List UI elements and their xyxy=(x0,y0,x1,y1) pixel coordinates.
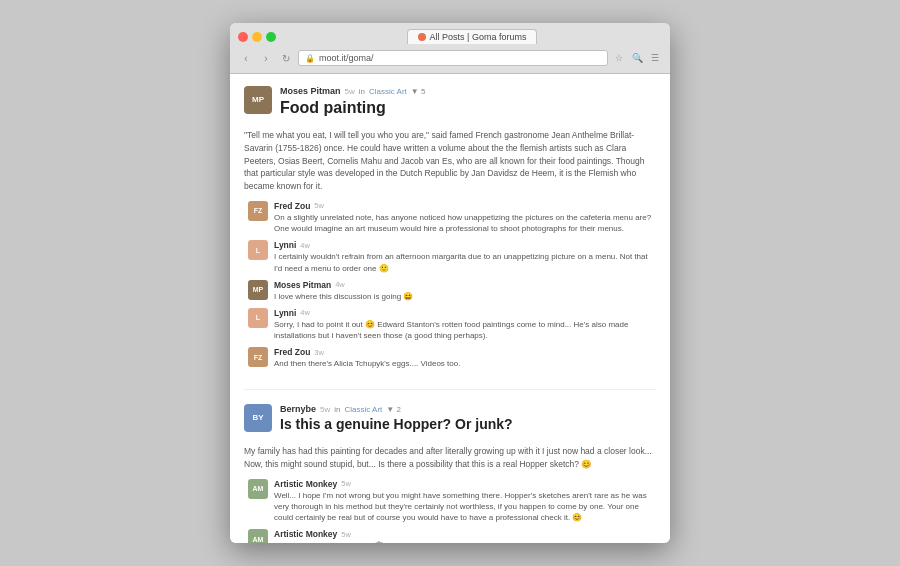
post-meta: Bernybe 5w in Classic Art ▼ 2 Is this a … xyxy=(280,404,656,439)
post-author: Bernybe xyxy=(280,404,316,414)
comment-content: Artistic Monkey 5w Well... I hope I'm no… xyxy=(274,479,656,524)
comment-time: 5w xyxy=(314,201,324,210)
title-bar: All Posts | Goma forums ‹ › ↻ 🔒 moot.it/… xyxy=(230,23,670,74)
comment-author: Fred Zou xyxy=(274,201,310,211)
post-body: My family has had this painting for deca… xyxy=(244,445,656,471)
comment-time: 5w xyxy=(341,479,351,488)
comment-author-line: Lynni 4w xyxy=(274,308,656,318)
close-button[interactable] xyxy=(238,32,248,42)
comment-item: FZ Fred Zou 5w On a slightly unrelated n… xyxy=(244,201,656,234)
address-bar[interactable]: 🔒 moot.it/goma/ xyxy=(298,50,608,66)
comment-avatar-fred: FZ xyxy=(248,201,268,221)
comment-author: Fred Zou xyxy=(274,347,310,357)
post-genuine-hopper: BY Bernybe 5w in Classic Art ▼ 2 Is this… xyxy=(244,404,656,543)
comment-body: Sorry, I had to point it out 😊 Edward St… xyxy=(274,319,656,341)
tab-title: All Posts | Goma forums xyxy=(430,32,527,42)
comment-content: Fred Zou 5w On a slightly unrelated note… xyxy=(274,201,656,234)
refresh-button[interactable]: ↻ xyxy=(278,50,294,66)
reply-count: ▼ 2 xyxy=(386,405,401,414)
comment-avatar-lynni2: L xyxy=(248,308,268,328)
comment-author: Lynni xyxy=(274,240,296,250)
post-title: Is this a genuine Hopper? Or junk? xyxy=(280,416,656,433)
page-content: MP Moses Pitman 5w in Classic Art ▼ 5 Fo… xyxy=(230,74,670,543)
search-icon[interactable]: 🔍 xyxy=(630,51,644,65)
comment-item: AM Artistic Monkey 5w Here's what Wikipe… xyxy=(244,529,656,543)
comment-item: L Lynni 4w Sorry, I had to point it out … xyxy=(244,308,656,341)
menu-icon[interactable]: ☰ xyxy=(648,51,662,65)
comment-body: Well... I hope I'm not wrong but you mig… xyxy=(274,490,656,524)
avatar-initials: MP xyxy=(252,96,264,104)
url-text: moot.it/goma/ xyxy=(319,53,374,63)
comment-author-line: Lynni 4w xyxy=(274,240,656,250)
nav-bar: ‹ › ↻ 🔒 moot.it/goma/ ☆ 🔍 ☰ xyxy=(238,48,662,68)
lock-icon: 🔒 xyxy=(305,54,315,63)
post-author: Moses Pitman xyxy=(280,86,341,96)
comment-time: 3w xyxy=(314,348,324,357)
avatar-bernybe: BY xyxy=(244,404,272,432)
browser-window: All Posts | Goma forums ‹ › ↻ 🔒 moot.it/… xyxy=(230,23,670,543)
comment-author-line: Moses Pitman 4w xyxy=(274,280,656,290)
post-time: 5w xyxy=(320,405,330,414)
forward-button[interactable]: › xyxy=(258,50,274,66)
category-link[interactable]: Classic Art xyxy=(344,405,382,414)
comment-body: And then there's Alicia Tchupyk's eggs..… xyxy=(274,358,656,369)
tab-favicon xyxy=(418,33,426,41)
avatar-initials: BY xyxy=(252,414,263,422)
comment-time: 5w xyxy=(341,530,351,539)
post-author-line: Moses Pitman 5w in Classic Art ▼ 5 xyxy=(280,86,656,96)
comment-body: Here's what Wikipedia says 📋 xyxy=(274,540,656,543)
comment-content: Moses Pitman 4w I love where this discus… xyxy=(274,280,656,302)
tab-bar: All Posts | Goma forums xyxy=(282,29,662,44)
comment-author: Moses Pitman xyxy=(274,280,331,290)
comment-avatar-fred2: FZ xyxy=(248,347,268,367)
comment-author-line: Fred Zou 3w xyxy=(274,347,656,357)
post-author-line: Bernybe 5w in Classic Art ▼ 2 xyxy=(280,404,656,414)
in-label: in xyxy=(359,87,365,96)
comment-author: Artistic Monkey xyxy=(274,529,337,539)
traffic-lights xyxy=(238,32,276,42)
post-header: MP Moses Pitman 5w in Classic Art ▼ 5 Fo… xyxy=(244,86,656,123)
post-header: BY Bernybe 5w in Classic Art ▼ 2 Is this… xyxy=(244,404,656,439)
comment-content: Artistic Monkey 5w Here's what Wikipedia… xyxy=(274,529,656,543)
minimize-button[interactable] xyxy=(252,32,262,42)
post-title: Food painting xyxy=(280,98,656,117)
comment-content: Lynni 4w Sorry, I had to point it out 😊 … xyxy=(274,308,656,341)
comment-body: I love where this discussion is going 😄 xyxy=(274,291,656,302)
comment-author: Lynni xyxy=(274,308,296,318)
active-tab[interactable]: All Posts | Goma forums xyxy=(407,29,538,44)
comment-time: 4w xyxy=(300,308,310,317)
back-button[interactable]: ‹ xyxy=(238,50,254,66)
comment-item: L Lynni 4w I certainly wouldn't refrain … xyxy=(244,240,656,273)
comment-content: Lynni 4w I certainly wouldn't refrain fr… xyxy=(274,240,656,273)
star-icon[interactable]: ☆ xyxy=(612,51,626,65)
reply-count: ▼ 5 xyxy=(411,87,426,96)
comment-content: Fred Zou 3w And then there's Alicia Tchu… xyxy=(274,347,656,369)
maximize-button[interactable] xyxy=(266,32,276,42)
comment-avatar-lynni: L xyxy=(248,240,268,260)
post-meta: Moses Pitman 5w in Classic Art ▼ 5 Food … xyxy=(280,86,656,123)
post-food-painting: MP Moses Pitman 5w in Classic Art ▼ 5 Fo… xyxy=(244,86,656,390)
comment-avatar-moses2: MP xyxy=(248,280,268,300)
comment-body: I certainly wouldn't refrain from an aft… xyxy=(274,251,656,273)
in-label: in xyxy=(334,405,340,414)
category-link[interactable]: Classic Art xyxy=(369,87,407,96)
comment-time: 4w xyxy=(335,280,345,289)
comment-time: 4w xyxy=(300,241,310,250)
comment-avatar-artistic2: AM xyxy=(248,529,268,543)
post-time: 5w xyxy=(345,87,355,96)
comment-author-line: Fred Zou 5w xyxy=(274,201,656,211)
nav-icons: ☆ 🔍 ☰ xyxy=(612,51,662,65)
comment-avatar-artistic: AM xyxy=(248,479,268,499)
avatar-moses: MP xyxy=(244,86,272,114)
comment-body: On a slightly unrelated note, has anyone… xyxy=(274,212,656,234)
comment-item: FZ Fred Zou 3w And then there's Alicia T… xyxy=(244,347,656,369)
post-body: "Tell me what you eat, I will tell you w… xyxy=(244,129,656,193)
comment-author-line: Artistic Monkey 5w xyxy=(274,529,656,539)
comment-author: Artistic Monkey xyxy=(274,479,337,489)
comment-item: AM Artistic Monkey 5w Well... I hope I'm… xyxy=(244,479,656,524)
comment-author-line: Artistic Monkey 5w xyxy=(274,479,656,489)
comment-item: MP Moses Pitman 4w I love where this dis… xyxy=(244,280,656,302)
